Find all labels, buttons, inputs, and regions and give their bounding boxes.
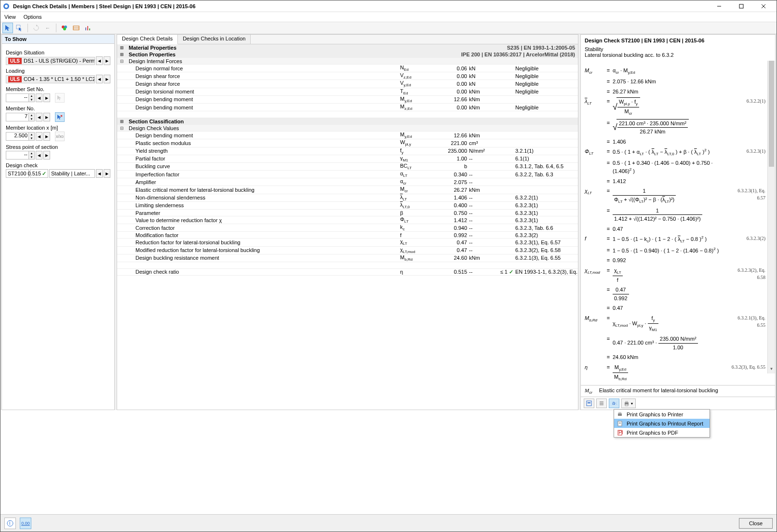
details-grid: ⊞Material PropertiesS235 | EN 1993-1-1:2… [117, 44, 578, 410]
toolbar-bars-icon[interactable] [82, 23, 93, 33]
dc-ratio-field[interactable]: 0.515✓ [30, 169, 48, 178]
rp-tool-2[interactable] [596, 399, 607, 408]
toolbar-view-icon[interactable] [71, 23, 81, 33]
table-row[interactable]: Limiting slendernessλLT,00.400--6.3.2.3(… [117, 202, 578, 210]
rp-tool-1[interactable] [584, 399, 594, 408]
table-row[interactable]: Reduction factor for lateral-torsional b… [117, 239, 578, 246]
memberset-pick-button[interactable] [55, 93, 65, 103]
svg-text:PDF: PDF [618, 430, 623, 435]
memberloc-xx-button[interactable]: x/x0 [55, 132, 65, 141]
rp-print-button[interactable]: ▼ [621, 399, 636, 408]
table-row[interactable]: Value to determine reduction factor χΦLT… [117, 216, 578, 224]
toolbar-colors-icon[interactable] [59, 23, 70, 33]
window-title: Design Check Details | Members | Steel D… [13, 3, 708, 9]
memberloc-prev-button[interactable]: ◀ [36, 132, 42, 141]
table-row[interactable]: Design buckling resistance momentMb,Rd24… [117, 254, 578, 262]
memberno-pick-button[interactable] [55, 112, 65, 122]
table-row[interactable]: Design check ratioη0.515--≤ 1 ✓EN 1993-1… [117, 269, 578, 276]
toolbar-select-icon[interactable] [14, 23, 25, 33]
right-panel-sub2: Lateral torsional buckling acc. to 6.3.2 [581, 52, 775, 58]
svg-rect-18 [588, 402, 590, 403]
table-row[interactable]: Partial factorγM11.00--6.1(1) [117, 155, 578, 163]
table-row[interactable]: Elastic critical moment for lateral-tors… [117, 186, 578, 194]
loading-prev-button[interactable]: ◀ [96, 75, 103, 83]
table-row[interactable]: Design normal forceNEd0.06kNNegligible [117, 65, 578, 72]
print-to-report-item[interactable]: Print Graphics to Printout Report [614, 419, 710, 428]
svg-rect-24 [625, 401, 628, 402]
maximize-button[interactable] [730, 1, 752, 12]
table-row[interactable]: Modification factorf0.992--6.3.2.3(2) [117, 232, 578, 239]
toolbar-refresh-icon[interactable] [31, 23, 41, 33]
svg-rect-12 [85, 27, 86, 30]
memberno-next-button[interactable]: ▶ [43, 113, 50, 121]
rp-tool-3[interactable]: a·z [609, 399, 619, 408]
svg-point-1 [5, 5, 8, 8]
equation-footnote: Mcr Elastic critical moment for lateral-… [581, 385, 775, 397]
table-row[interactable]: Design torsional momentTEd0.00kNmNegligi… [117, 88, 578, 96]
ds-next-button[interactable]: ▶ [104, 56, 110, 65]
dc-name-select[interactable]: Stability | Later... [49, 169, 95, 178]
memberloc-next-button[interactable]: ▶ [43, 132, 50, 141]
units-button[interactable]: 0.00 [20, 518, 31, 529]
minimize-button[interactable] [708, 1, 730, 12]
menubar: View Options [0, 12, 777, 22]
member-set-input[interactable]: --▲▼ [6, 93, 35, 102]
stress-point-input[interactable]: --▲▼ [6, 151, 35, 160]
loading-label: Loading [6, 68, 110, 74]
dc-next-button[interactable]: ▶ [104, 169, 110, 178]
tab-location[interactable]: Design Checks in Location [178, 35, 251, 44]
table-row[interactable]: Correction factorkc0.940--6.3.2.3, Tab. … [117, 224, 578, 232]
table-row[interactable]: Amplifierαcr2.075-- [117, 178, 578, 186]
right-panel-toolbar: a·z ▼ Print Graphics to Printer Print Gr… [581, 397, 775, 410]
close-button[interactable]: Close [739, 518, 773, 529]
scrollbar-vertical[interactable]: ▼ [767, 61, 775, 373]
stress-next-button[interactable]: ▶ [43, 151, 50, 160]
table-row[interactable]: Design bending momentMy,Ed12.66kNm [117, 132, 578, 139]
svg-rect-26 [618, 413, 622, 416]
print-to-pdf-item[interactable]: PDF Print Graphics to PDF [614, 428, 710, 437]
table-row[interactable]: Non-dimensional slendernessλLT1.406--6.3… [117, 194, 578, 202]
table-row[interactable]: Parameterβ0.750--6.3.2.3(1) [117, 210, 578, 216]
memberno-prev-button[interactable]: ◀ [36, 113, 42, 121]
design-check-label: Design check [6, 162, 110, 168]
printer-icon [616, 411, 624, 418]
tab-bar: Design Check Details Design Checks in Lo… [117, 35, 578, 44]
loading-next-button[interactable]: ▶ [104, 75, 110, 83]
member-no-input[interactable]: 7▲▼ [6, 113, 35, 121]
close-window-button[interactable] [752, 1, 775, 12]
table-row[interactable]: Plastic section modulusWpl,y221.00cm³ [117, 139, 578, 147]
info-button[interactable]: i [4, 518, 16, 529]
toolbar-back-icon[interactable]: ← [42, 23, 53, 33]
loading-select[interactable]: ULS CO4 - 1.35 * LC1 + 1.50 * LC2 + ... [6, 75, 95, 83]
left-panel: To Show Design Situation ULS DS1 - ULS (… [1, 34, 115, 410]
member-location-label: Member location x [m] [6, 125, 110, 131]
menu-options[interactable]: Options [24, 14, 42, 20]
design-situation-select[interactable]: ULS DS1 - ULS (STR/GEO) - Permanent ... [6, 57, 95, 65]
svg-text:a·z: a·z [612, 400, 617, 406]
table-row[interactable]: Modified reduction factor for lateral-to… [117, 247, 578, 254]
svg-rect-27 [618, 412, 621, 413]
print-to-printer-item[interactable]: Print Graphics to Printer [614, 410, 710, 419]
menu-view[interactable]: View [4, 14, 16, 20]
dc-id-select[interactable]: ST2100 [6, 169, 29, 178]
dc-prev-button[interactable]: ◀ [96, 169, 103, 178]
toolbar-cursor-icon[interactable] [2, 23, 13, 33]
memberset-prev-button[interactable]: ◀ [36, 93, 42, 102]
stress-prev-button[interactable]: ◀ [36, 151, 42, 160]
table-row[interactable]: Design shear forceVy,Ed0.00kNNegligible [117, 80, 578, 88]
table-row[interactable]: Design bending momentMz,Ed0.00kNmNegligi… [117, 104, 578, 111]
memberset-next-button[interactable]: ▶ [43, 93, 50, 102]
svg-rect-13 [87, 26, 88, 30]
table-row[interactable]: Yield strengthfy235.000N/mm²3.2.1(1) [117, 147, 578, 155]
svg-text:i: i [9, 520, 10, 526]
table-row[interactable]: Design bending momentMy,Ed12.66kNm [117, 96, 578, 104]
ds-prev-button[interactable]: ◀ [96, 56, 103, 65]
table-row[interactable]: Imperfection factorαLT0.340--6.3.2.2, Ta… [117, 171, 578, 178]
member-location-input[interactable]: 2.500▲▼ [6, 132, 35, 141]
table-row[interactable]: Buckling curveBCLTb6.3.1.2, Tab. 6.4, 6.… [117, 163, 578, 171]
member-no-label: Member No. [6, 106, 110, 111]
tab-details[interactable]: Design Check Details [117, 35, 178, 44]
table-row[interactable]: Design shear forceVz,Ed0.00kNNegligible [117, 72, 578, 80]
pdf-icon: PDF [616, 429, 624, 437]
titlebar: Design Check Details | Members | Steel D… [0, 0, 777, 12]
